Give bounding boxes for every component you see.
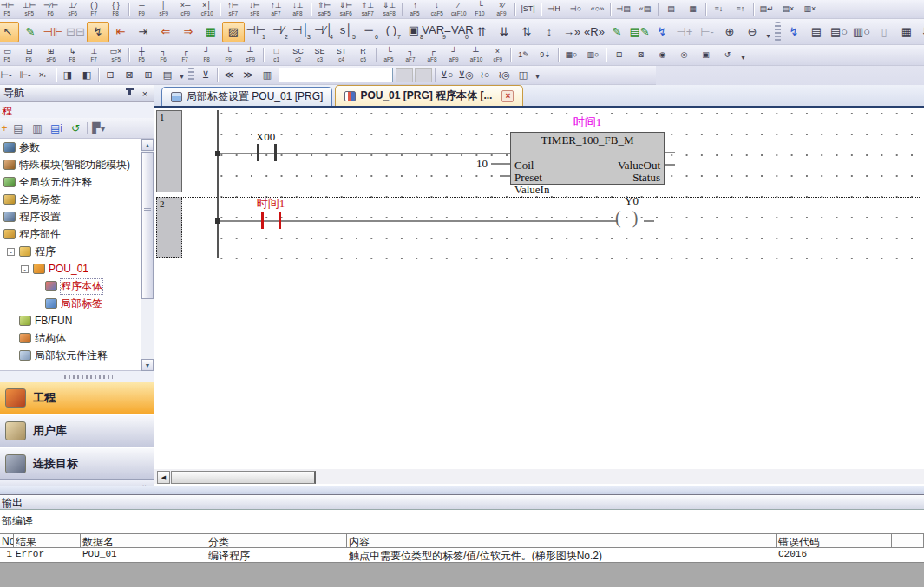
- toolbar-button[interactable]: ✎: [606, 22, 628, 42]
- toolbar-button[interactable]: 1✎: [513, 47, 534, 64]
- nav-splitter[interactable]: [0, 373, 154, 382]
- toolbar-button[interactable]: ▤×: [777, 1, 799, 18]
- toolbar-button[interactable]: ▣: [695, 47, 717, 64]
- toolbar-button[interactable]: ⊡: [101, 68, 120, 83]
- toolbar-button[interactable]: ◉: [652, 47, 673, 64]
- toolbar-button[interactable]: ⊣│3: [290, 22, 312, 42]
- toolbar-button[interactable]: ≡↑: [730, 1, 751, 18]
- toolbar-button[interactable]: ×cF9: [487, 47, 508, 64]
- toolbar-button[interactable]: ▥×: [799, 1, 821, 18]
- nav-mode-button-工程[interactable]: 工程: [0, 382, 154, 414]
- toolbar-button[interactable]: ⊣⁄2: [267, 22, 290, 42]
- toolbar-button[interactable]: ─F9: [131, 1, 153, 18]
- sort-icon[interactable]: ▛▾: [89, 120, 108, 137]
- toolbar-button[interactable]: ⊞: [608, 47, 630, 64]
- toolbar-button[interactable]: ×─cF9: [174, 1, 196, 18]
- toolbar-button[interactable]: ⇑⊢saF5: [313, 1, 335, 18]
- function-block-timer[interactable]: TIMER_100_FB_M Coil Preset ValueIn Value…: [510, 132, 665, 185]
- toolbar-button[interactable]: ▥: [258, 68, 277, 83]
- toolbar-button[interactable]: ⇓A: [918, 22, 924, 42]
- toolbar-dropdown-icon[interactable]: ▾: [533, 68, 542, 82]
- toolbar-button[interactable]: ⇅: [515, 22, 538, 42]
- toolbar-button[interactable]: ↯: [651, 22, 673, 42]
- toolbar-button[interactable]: ↓⊥aF8: [287, 1, 309, 18]
- toolbar-dropdown-icon[interactable]: ▾: [738, 47, 748, 62]
- toolbar-button[interactable]: ⊟F6: [18, 47, 40, 64]
- tree-item-局部软元件注释[interactable]: 局部软元件注释: [0, 347, 141, 364]
- tree-item-结构体[interactable]: 结构体: [0, 329, 141, 347]
- toolbar-button[interactable]: ⊣⁄│4: [312, 22, 335, 42]
- tree-scrollbar[interactable]: ▲ ▼: [141, 139, 153, 371]
- toolbar-button[interactable]: ⊖: [741, 22, 763, 42]
- close-icon[interactable]: ×: [140, 88, 150, 99]
- tree-item-局部标签[interactable]: 局部标签: [0, 295, 141, 312]
- toolbar-button[interactable]: ⊞: [139, 68, 158, 83]
- toolbar-button[interactable]: ×⁄aF9: [491, 1, 513, 18]
- toolbar-button[interactable]: ↓⊢sF8: [244, 1, 265, 18]
- toolbar-button[interactable]: ◨: [58, 68, 77, 83]
- toolbar-button[interactable]: └F10: [469, 1, 491, 18]
- tree-item-程序本体[interactable]: 程序本体: [0, 277, 141, 295]
- toolbar-button[interactable]: «▤: [634, 1, 656, 18]
- toolbar-button[interactable]: ▦: [682, 1, 704, 18]
- toolbar-button[interactable]: { }F8: [105, 1, 127, 18]
- toolbar-button[interactable]: ↯: [87, 22, 109, 42]
- toolbar-button[interactable]: ⊠: [630, 47, 652, 64]
- close-tab-icon[interactable]: ×: [501, 90, 514, 102]
- tree-item-POU_01[interactable]: -POU_01: [0, 260, 141, 277]
- toolbar-button[interactable]: ↯: [783, 22, 805, 42]
- nav-mode-button-连接目标[interactable]: 连接目标: [0, 447, 154, 480]
- tree-item-全局软元件注释[interactable]: 全局软元件注释: [0, 173, 141, 191]
- table-row[interactable]: 1ErrorPOU_01编译程序触点中需要位类型的标签/值/位软元件。(梯形图块…: [0, 548, 924, 561]
- fb-instance-label[interactable]: 时间1: [510, 114, 665, 130]
- toolbar-button[interactable]: ⊢-: [0, 68, 16, 83]
- toolbar-button[interactable]: ─6: [357, 22, 380, 42]
- toolbar-button[interactable]: |ST|: [517, 1, 539, 18]
- scroll-down-icon[interactable]: ▼: [141, 359, 154, 371]
- toolbar-button[interactable]: ┴aF10: [465, 47, 487, 64]
- column-header[interactable]: No.: [0, 534, 14, 547]
- toolbar-button[interactable]: ⊩-: [16, 68, 35, 83]
- toolbar-button[interactable]: ◎: [673, 47, 695, 64]
- toolbar-drag-handle[interactable]: [188, 68, 194, 82]
- toolbar-button[interactable]: ⊞sF6: [40, 47, 62, 64]
- toolbar-button[interactable]: └aF5: [378, 47, 400, 64]
- nav-mode-button-用户库[interactable]: 用户库: [0, 414, 154, 447]
- toolbar-button[interactable]: ⊥⊢sF5: [18, 1, 40, 18]
- toolbar-button[interactable]: ≀○: [475, 68, 495, 83]
- toolbar-button[interactable]: ( )7: [380, 22, 403, 42]
- toolbar-button[interactable]: Rc5: [352, 47, 374, 64]
- contact1-bar[interactable]: [274, 144, 277, 161]
- toolbar-button[interactable]: ▤: [805, 22, 828, 42]
- toolbar-button[interactable]: ⊻: [196, 68, 215, 83]
- toolbar-button[interactable]: ⇊: [493, 22, 515, 42]
- toolbar-button[interactable]: ↑⊢sF7: [222, 1, 244, 18]
- tree-expander-icon[interactable]: -: [7, 248, 15, 256]
- rung-number-1[interactable]: 1: [156, 110, 182, 192]
- toolbar-button[interactable]: ⇐: [154, 22, 177, 42]
- toolbar-button[interactable]: ×│cF10: [196, 1, 218, 18]
- toolbar-button[interactable]: ⁄caF10: [448, 1, 469, 18]
- column-header[interactable]: 数据名: [81, 534, 206, 547]
- tab-local-label-setting[interactable]: 局部标签设置 POU_01 [PRG]: [161, 87, 332, 106]
- toolbar-button[interactable]: ▦: [200, 22, 222, 42]
- toolbar-button[interactable]: ⇤: [109, 22, 132, 42]
- toolbar-button[interactable]: ⊣⊢F5: [0, 1, 18, 18]
- toolbar-button[interactable]: ┐F6: [153, 47, 174, 64]
- output-coil[interactable]: ( ): [615, 208, 641, 228]
- toolbar-button[interactable]: ⊣⁄⊢F6: [40, 1, 62, 18]
- pin-icon[interactable]: [125, 88, 134, 98]
- toolbar-button[interactable]: ↺: [717, 47, 738, 64]
- new-icon[interactable]: +: [0, 120, 9, 137]
- contact1-label[interactable]: X00: [245, 130, 286, 144]
- toolbar-button[interactable]: ⇑⊥saF7: [357, 1, 378, 18]
- toolbar-button[interactable]: s│5: [335, 22, 357, 42]
- fb-preset-value[interactable]: 10: [460, 157, 488, 171]
- column-header[interactable]: 结果: [14, 534, 81, 547]
- toolbar-button[interactable]: SEc3: [309, 47, 331, 64]
- toolbar-button[interactable]: 9⇣: [534, 47, 556, 64]
- toolbar-button[interactable]: ┘F8: [196, 47, 218, 64]
- toolbar-drag-handle[interactable]: [775, 22, 781, 42]
- toolbar-button[interactable]: ▭F5: [0, 47, 18, 64]
- toolbar-button[interactable]: ▨: [222, 22, 245, 42]
